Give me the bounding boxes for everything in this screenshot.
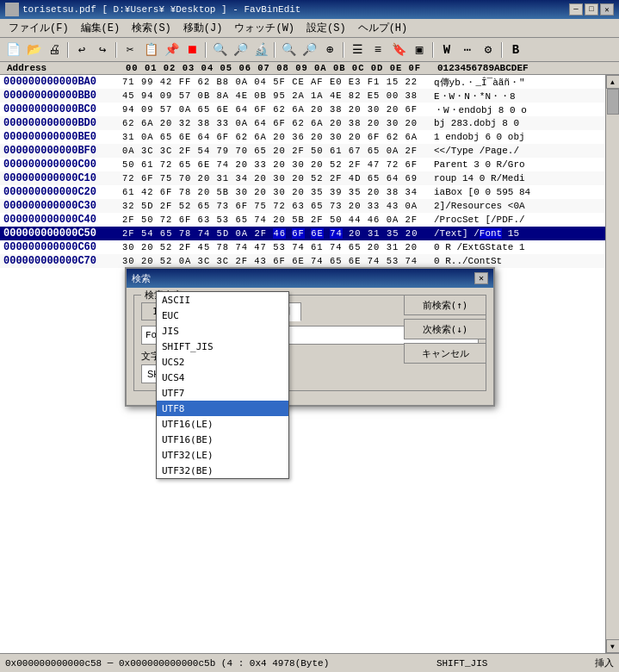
toolbar-zoom-in[interactable]: 🔍 xyxy=(279,40,298,59)
toolbar-undo[interactable]: ↩ xyxy=(72,40,91,59)
hex-cell: 94 09 57 0A 65 6E 64 6F 62 6A 20 38 20 3… xyxy=(121,104,430,115)
menu-search[interactable]: 検索(S) xyxy=(127,19,176,37)
table-row[interactable]: 000000000000BF00A 3C 3C 2F 54 79 70 65 2… xyxy=(0,144,605,158)
address-cell: 000000000000C70 xyxy=(0,255,121,267)
toolbar-word[interactable]: W xyxy=(437,40,456,59)
menu-settings[interactable]: 設定(S) xyxy=(301,19,351,37)
table-row[interactable]: 000000000000C0050 61 72 65 6E 74 20 33 2… xyxy=(0,158,605,171)
toolbar-paste[interactable]: 📌 xyxy=(162,40,181,59)
cancel-button[interactable]: キャンセル xyxy=(404,343,486,364)
dropdown-item[interactable]: EUC xyxy=(157,308,288,323)
table-row[interactable]: 000000000000C2061 42 6F 78 20 5B 30 20 3… xyxy=(0,185,605,199)
dropdown-item[interactable]: UTF8 xyxy=(157,401,288,416)
dropdown-item[interactable]: SHIFT_JIS xyxy=(157,339,288,354)
hex-cell: 71 99 42 FF 62 B8 0A 04 5F CE AF E0 E3 F… xyxy=(121,77,430,87)
dropdown-item[interactable]: UTF32(LE) xyxy=(157,447,288,463)
encode-dropdown-list[interactable]: ASCIIEUCJISSHIFT_JISUCS2UCS4UTF7UTF8UTF1… xyxy=(156,291,289,479)
table-row[interactable]: 000000000000C402F 50 72 6F 63 53 65 74 2… xyxy=(0,213,605,227)
toolbar-qr[interactable]: ▣ xyxy=(410,40,429,59)
ascii-header: 0123456789ABCDEF xyxy=(434,63,616,73)
toolbar-open[interactable]: 📂 xyxy=(24,40,43,59)
hex-cell: 30 20 52 0A 3C 3C 2F 43 6F 6E 74 65 6E 7… xyxy=(121,256,430,266)
toolbar-bold[interactable]: B xyxy=(506,40,525,59)
toolbar-stop[interactable]: ⏹ xyxy=(183,40,201,59)
toolbar-misc2[interactable]: ⚙ xyxy=(479,40,498,59)
address-cell: 000000000000BC0 xyxy=(0,103,121,115)
address-cell: 000000000000C50 xyxy=(0,227,121,240)
table-row[interactable]: 000000000000BC094 09 57 0A 65 6E 64 6F 6… xyxy=(0,103,605,116)
vertical-scrollbar[interactable]: ▲ ▼ xyxy=(605,75,619,653)
dropdown-item[interactable]: UCS4 xyxy=(157,370,288,385)
table-row[interactable]: 000000000000BD062 6A 20 32 38 33 0A 64 6… xyxy=(0,116,605,130)
prev-search-button[interactable]: 前検索(↑) xyxy=(404,295,486,315)
close-button[interactable]: ✕ xyxy=(600,3,614,16)
hex-cell: 30 20 52 2F 45 78 74 47 53 74 61 74 65 2… xyxy=(121,242,430,252)
window-title: torisetsu.pdf [ D:¥Users¥ ¥Desktop ] - F… xyxy=(22,4,300,15)
scroll-down-btn[interactable]: ▼ xyxy=(606,639,620,653)
toolbar-list1[interactable]: ☰ xyxy=(348,40,367,59)
toolbar-copy[interactable]: 📋 xyxy=(141,40,160,59)
address-cell: 000000000000C60 xyxy=(0,241,121,253)
table-row[interactable]: 000000000000C1072 6F 75 70 20 31 34 20 3… xyxy=(0,171,605,185)
hex-cell: 2F 50 72 6F 63 53 65 74 20 5B 2F 50 44 4… xyxy=(121,215,430,225)
menu-edit[interactable]: 編集(E) xyxy=(76,19,126,37)
toolbar-search2[interactable]: 🔎 xyxy=(231,40,250,59)
address-cell: 000000000000C20 xyxy=(0,186,121,198)
dialog-close-button[interactable]: ✕ xyxy=(474,272,488,284)
toolbar-print[interactable]: 🖨 xyxy=(45,40,64,59)
menu-watch[interactable]: ウォッチ(W) xyxy=(229,19,300,37)
hex-cell: 72 6F 75 70 20 31 34 20 30 20 52 2F 4D 6… xyxy=(121,173,430,184)
toolbar: 📄 📂 🖨 ↩ ↪ ✂ 📋 📌 ⏹ 🔍 🔎 🔬 🔍 🔎 ⊕ ☰ ≡ 🔖 ▣ W … xyxy=(0,38,619,62)
toolbar-cut[interactable]: ✂ xyxy=(121,40,139,59)
toolbar-sep4 xyxy=(274,42,275,58)
table-row[interactable]: 000000000000C502F 54 65 78 74 5D 0A 2F 4… xyxy=(0,227,605,240)
scroll-thumb[interactable] xyxy=(607,89,619,115)
menu-file[interactable]: ファイル(F) xyxy=(3,19,74,37)
table-row[interactable]: 000000000000BA071 99 42 FF 62 B8 0A 04 5… xyxy=(0,75,605,89)
hex-cell: 62 6A 20 32 38 33 0A 64 6F 62 6A 20 38 2… xyxy=(121,118,430,128)
dropdown-item[interactable]: UTF16(LE) xyxy=(157,416,288,432)
table-row[interactable]: 000000000000BB045 94 09 57 0B 8A 4E 0B 9… xyxy=(0,89,605,103)
maximize-button[interactable]: □ xyxy=(585,3,598,16)
ascii-cell: ・W・endobj 8 0 o xyxy=(430,103,605,116)
address-cell: 000000000000BF0 xyxy=(0,145,121,157)
dropdown-item[interactable]: UCS2 xyxy=(157,354,288,370)
minimize-button[interactable]: ─ xyxy=(569,3,583,16)
dropdown-item[interactable]: UTF32(BE) xyxy=(157,463,288,478)
toolbar-new[interactable]: 📄 xyxy=(3,40,22,59)
toolbar-zoom2[interactable]: ⊕ xyxy=(320,40,339,59)
toolbar-search3[interactable]: 🔬 xyxy=(251,40,270,59)
menu-help[interactable]: ヘルプ(H) xyxy=(353,19,413,37)
hex-cols-header: 00 01 02 03 04 05 06 07 08 09 0A 0B 0C 0… xyxy=(124,63,434,73)
scroll-track[interactable] xyxy=(607,89,619,639)
ascii-cell: 0 R../ContSt xyxy=(430,256,605,266)
dropdown-item[interactable]: JIS xyxy=(157,323,288,339)
dropdown-item[interactable]: ASCII xyxy=(157,292,288,308)
table-row[interactable]: 000000000000C6030 20 52 2F 45 78 74 47 5… xyxy=(0,240,605,254)
ascii-cell: iaBox [0 0 595 84 xyxy=(430,187,605,197)
hex-cell: 32 5D 2F 52 65 73 6F 75 72 63 65 73 20 3… xyxy=(121,201,430,211)
ascii-cell: Parent 3 0 R/Gro xyxy=(430,159,605,170)
next-search-button[interactable]: 次検索(↓) xyxy=(404,319,486,339)
table-row[interactable]: 000000000000C3032 5D 2F 52 65 73 6F 75 7… xyxy=(0,199,605,213)
address-cell: 000000000000C00 xyxy=(0,159,121,171)
menu-bar: ファイル(F) 編集(E) 検索(S) 移動(J) ウォッチ(W) 設定(S) … xyxy=(0,19,619,38)
toolbar-search1[interactable]: 🔍 xyxy=(210,40,229,59)
toolbar-list2[interactable]: ≡ xyxy=(368,40,387,59)
table-row[interactable]: 000000000000BE031 0A 65 6E 64 6F 62 6A 2… xyxy=(0,130,605,144)
menu-move[interactable]: 移動(J) xyxy=(178,19,228,37)
address-cell: 000000000000C40 xyxy=(0,214,121,226)
ascii-cell: E・W・N・*N・・8 xyxy=(430,90,605,103)
title-buttons: ─ □ ✕ xyxy=(569,3,614,16)
toolbar-redo[interactable]: ↪ xyxy=(93,40,112,59)
toolbar-misc1[interactable]: ⋯ xyxy=(458,40,477,59)
status-bar: 0x000000000000c58 ─ 0x000000000000c5b (4… xyxy=(0,653,619,672)
table-row[interactable]: 000000000000C7030 20 52 0A 3C 3C 2F 43 6… xyxy=(0,254,605,268)
dropdown-item[interactable]: UTF7 xyxy=(157,385,288,401)
toolbar-zoom-out[interactable]: 🔎 xyxy=(300,40,319,59)
dialog-title-bar: 検索 ✕ xyxy=(127,269,493,288)
dropdown-item[interactable]: UTF16(BE) xyxy=(157,432,288,447)
scroll-up-btn[interactable]: ▲ xyxy=(606,75,620,89)
toolbar-bookmark[interactable]: 🔖 xyxy=(389,40,408,59)
ascii-cell: /Text] /Font 15 xyxy=(430,228,605,239)
